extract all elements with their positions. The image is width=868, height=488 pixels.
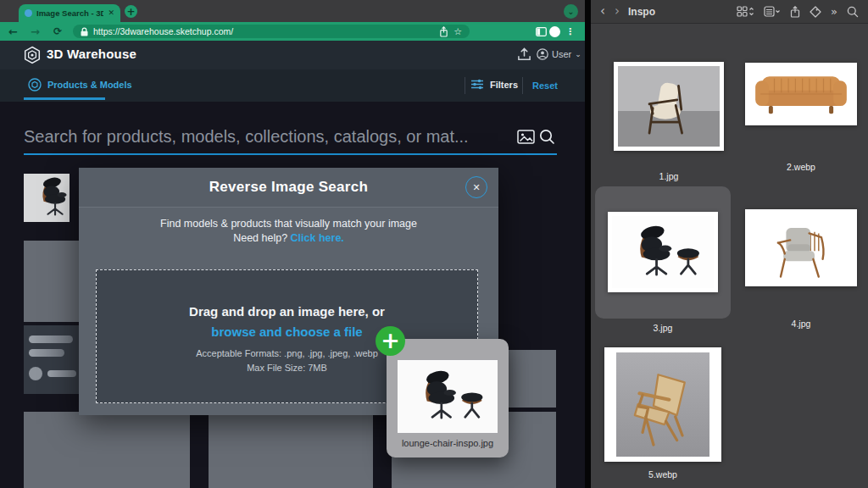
brand-title[interactable]: 3D Warehouse	[47, 47, 136, 61]
browser-toolbar: ← → ⟳ https://3dwarehouse.sketchup.com/ …	[0, 22, 585, 41]
forward-button[interactable]: →	[31, 22, 40, 41]
url-text: https://3dwarehouse.sketchup.com/	[93, 26, 434, 36]
side-panel-icon[interactable]	[536, 27, 547, 36]
dragged-file-name: lounge-chair-inspo.jpg	[387, 438, 509, 448]
file-thumbnail-3[interactable]	[608, 212, 718, 292]
lounge-chair-image	[24, 174, 70, 222]
tab-products-models[interactable]: Products & Models	[28, 78, 132, 92]
tab-close-icon[interactable]: ✕	[108, 9, 114, 17]
tags-icon[interactable]	[810, 6, 821, 18]
armchair-photo	[618, 66, 720, 147]
finder-back-button[interactable]: ‹	[600, 5, 605, 18]
user-menu-label: User	[552, 49, 571, 59]
cane-chair-photo	[616, 352, 709, 457]
new-tab-button[interactable]: +	[125, 5, 137, 18]
active-tab-underline	[24, 97, 105, 100]
back-button[interactable]: ←	[8, 22, 18, 41]
window-divider	[585, 0, 591, 488]
file-label-2[interactable]: 2.webp	[745, 162, 857, 172]
user-menu-chevron-icon: ⌄	[575, 51, 581, 58]
url-bar[interactable]: https://3dwarehouse.sketchup.com/ ☆	[73, 25, 470, 38]
modal-title: Reverse Image Search	[209, 179, 368, 196]
products-models-label: Products & Models	[47, 80, 132, 90]
browse-file-link[interactable]: browse and choose a file	[97, 324, 477, 339]
file-thumbnail-4[interactable]	[745, 209, 857, 286]
filters-button[interactable]: Filters	[470, 79, 518, 90]
nav-divider	[522, 77, 523, 94]
modal-subtitle: Find models & products that visually mat…	[79, 218, 498, 230]
search-underline	[24, 153, 557, 155]
help-link[interactable]: Click here.	[291, 232, 344, 244]
finder-search-icon[interactable]	[847, 6, 859, 18]
finder-toolbar: ‹ › Inspo	[591, 0, 868, 24]
modal-help-line: Need help? Click here.	[79, 232, 498, 244]
screen: Image Search - 3D Warehouse ✕ + ⌄ ← → ⟳ …	[0, 0, 868, 488]
file-thumbnail-5[interactable]	[604, 347, 721, 462]
file-thumbnail-1[interactable]	[614, 62, 724, 151]
group-by-icon[interactable]	[764, 6, 781, 17]
site-header: 3D Warehouse User ⌄	[0, 41, 585, 69]
bookmark-star-icon[interactable]: ☆	[453, 27, 462, 36]
tab-favicon-icon	[25, 9, 32, 17]
products-models-icon	[28, 78, 42, 92]
skeleton-card	[24, 412, 190, 488]
modal-header: Reverse Image Search ✕	[79, 168, 498, 208]
drop-allowed-plus-icon: +	[376, 326, 405, 356]
modal-close-button[interactable]: ✕	[465, 176, 487, 198]
nav-divider	[465, 77, 465, 94]
share-icon[interactable]	[790, 6, 800, 18]
site-nav-bar: Products & Models Filters Reset	[0, 69, 585, 102]
search-input[interactable]	[24, 120, 514, 152]
skeleton-card	[24, 241, 79, 322]
finder-window: ‹ › Inspo	[591, 0, 868, 488]
tab-list-chevron-icon[interactable]: ⌄	[564, 4, 578, 19]
dragged-file-card[interactable]: + lounge-chair-inspo.jpg	[387, 339, 509, 458]
skeleton-card-text	[24, 325, 79, 394]
help-prefix: Need help?	[233, 232, 287, 244]
user-menu[interactable]: User ⌄	[537, 48, 581, 60]
skeleton-card	[209, 412, 373, 488]
file-label-4[interactable]: 4.jpg	[745, 319, 857, 329]
search-submit-icon[interactable]	[539, 129, 555, 145]
more-toolbar-items-icon[interactable]: »	[831, 6, 837, 17]
profile-avatar[interactable]	[549, 26, 560, 37]
file-label-1[interactable]: 1.jpg	[614, 171, 724, 181]
browser-window: Image Search - 3D Warehouse ✕ + ⌄ ← → ⟳ …	[0, 0, 585, 488]
browser-menu-icon[interactable]: ⋮	[565, 22, 575, 41]
finder-forward-button[interactable]: ›	[615, 5, 620, 18]
view-switcher-icon[interactable]	[737, 6, 754, 17]
filters-sliders-icon	[470, 79, 484, 90]
lounge-chair-photo	[612, 216, 714, 288]
user-avatar-icon	[537, 48, 548, 60]
result-thumbnail[interactable]	[24, 174, 70, 222]
wood-armchair-photo	[748, 213, 854, 283]
browser-tab[interactable]: Image Search - 3D Warehouse ✕	[19, 4, 120, 22]
drop-instruction: Drag and drop an image here, or	[97, 304, 477, 319]
dragged-file-thumbnail	[398, 360, 498, 433]
finder-window-title: Inspo	[628, 6, 655, 18]
file-label-5[interactable]: 5.webp	[604, 469, 721, 480]
file-thumbnail-2[interactable]	[745, 63, 857, 125]
reload-button[interactable]: ⟳	[53, 22, 62, 41]
reset-button[interactable]: Reset	[532, 80, 558, 91]
file-label-3[interactable]: 3.jpg	[595, 323, 731, 333]
image-search-icon[interactable]	[517, 130, 535, 144]
tab-title: Image Search - 3D Warehouse	[36, 8, 103, 18]
leather-sofa-photo	[748, 66, 854, 122]
3d-warehouse-logo-icon	[23, 46, 42, 64]
filters-label: Filters	[490, 80, 518, 90]
lock-icon	[81, 27, 88, 36]
browser-tab-strip: Image Search - 3D Warehouse ✕ + ⌄	[0, 0, 585, 22]
lounge-chair-image	[402, 366, 493, 427]
share-page-icon[interactable]	[439, 26, 448, 37]
upload-model-icon[interactable]	[517, 47, 531, 61]
skeleton-card	[505, 350, 556, 408]
